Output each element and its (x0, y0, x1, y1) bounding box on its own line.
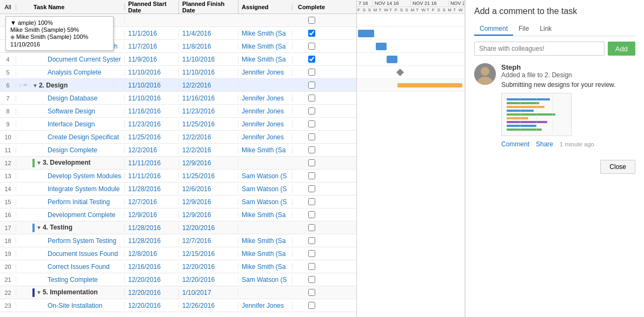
complete-checkbox[interactable] (308, 250, 315, 257)
row-start-date: 12/8/2016 (125, 250, 179, 258)
comment-link[interactable]: Comment (501, 140, 529, 148)
row-complete[interactable] (293, 302, 330, 309)
complete-checkbox[interactable] (308, 263, 315, 270)
row-complete[interactable] (293, 237, 330, 244)
table-row[interactable]: 21Testing Complete12/20/201612/20/2016Sa… (0, 273, 356, 286)
bar-row-3 (357, 40, 464, 53)
table-row[interactable]: 6○✏▼2. Design11/10/201612/2/2016 (0, 79, 356, 92)
complete-checkbox[interactable] (308, 17, 315, 24)
complete-checkbox[interactable] (308, 95, 315, 102)
row-complete[interactable] (293, 120, 330, 127)
complete-checkbox[interactable] (308, 43, 315, 50)
row-task-name: Correct Issues Found (30, 263, 125, 271)
chart-bars-area (357, 14, 464, 92)
complete-checkbox[interactable] (308, 185, 315, 192)
table-row[interactable]: 13Develop System Modules11/11/201611/25/… (0, 170, 356, 183)
row-complete[interactable] (293, 276, 330, 283)
table-row[interactable]: 16Development Complete12/9/201612/9/2016… (0, 208, 356, 221)
row-complete[interactable] (293, 146, 330, 153)
row-task-name: Testing Complete (30, 276, 125, 284)
complete-checkbox[interactable] (308, 224, 315, 231)
tab-file[interactable]: File (513, 23, 534, 36)
week-cell-nov28: NOV 28 16 (449, 0, 464, 6)
table-row[interactable]: 15Perform Initial Testing12/7/201612/9/2… (0, 195, 356, 208)
complete-checkbox[interactable] (308, 56, 315, 63)
row-assigned: Jennifer Jones (238, 69, 293, 76)
table-row[interactable]: 17▼4. Testing11/28/201612/20/2016 (0, 221, 356, 234)
row-complete[interactable] (293, 82, 330, 89)
row-assigned: Jennifer Jones (238, 107, 293, 115)
complete-checkbox[interactable] (308, 289, 315, 296)
row-complete[interactable] (293, 95, 330, 102)
table-row[interactable]: 14Integrate System Module11/28/201612/6/… (0, 183, 356, 195)
row-start-date: 11/28/2016 (125, 185, 179, 193)
table-row[interactable]: 4Document Current Syster11/9/201611/10/2… (0, 53, 356, 66)
row-complete[interactable] (293, 211, 330, 218)
close-button[interactable]: Close (600, 160, 635, 174)
row-finish-date: 12/9/2016 (179, 211, 238, 219)
complete-checkbox[interactable] (308, 172, 315, 179)
row-complete[interactable] (293, 185, 330, 192)
table-row[interactable]: 12▼3. Development11/11/201612/9/2016 (0, 157, 356, 170)
bar-row-6 (357, 79, 464, 92)
complete-checkbox[interactable] (308, 237, 315, 244)
table-row[interactable]: 20Correct Issues Found12/16/201612/20/20… (0, 260, 356, 273)
table-row[interactable]: 8Software Design11/16/201611/23/2016Jenn… (0, 105, 356, 118)
complete-checkbox[interactable] (308, 133, 315, 140)
row-complete[interactable] (293, 250, 330, 257)
row-start-date: 12/9/2016 (125, 211, 179, 219)
row-complete[interactable] (293, 107, 330, 114)
table-row[interactable]: 11Design Complete12/2/201612/2/2016Mike … (0, 144, 356, 157)
row-complete[interactable] (293, 56, 330, 63)
tab-link[interactable]: Link (534, 23, 557, 36)
row-task-name: Create Design Specificat (30, 133, 125, 141)
row-complete[interactable] (293, 30, 330, 37)
complete-checkbox[interactable] (308, 198, 315, 205)
complete-checkbox[interactable] (308, 69, 315, 76)
complete-checkbox[interactable] (308, 30, 315, 37)
complete-checkbox[interactable] (308, 120, 315, 127)
row-num: 8 (0, 108, 16, 114)
comment-input[interactable] (474, 42, 605, 56)
row-num: 15 (0, 199, 16, 205)
tab-comment[interactable]: Comment (474, 23, 513, 36)
table-row[interactable]: 19Document Issues Found12/8/201612/15/20… (0, 247, 356, 260)
table-row[interactable]: 10Create Design Specificat11/25/201612/2… (0, 131, 356, 144)
row-finish-date: 11/25/2016 (179, 120, 238, 128)
row-task-name: Document Issues Found (30, 250, 125, 258)
row-complete[interactable] (293, 159, 330, 166)
table-row[interactable]: 7Design Database11/10/201611/16/2016Jenn… (0, 92, 356, 105)
row-complete[interactable] (293, 263, 330, 270)
table-row[interactable]: 23On-Site Installation12/20/201612/26/20… (0, 299, 356, 312)
row-finish-date: 12/20/2016 (179, 224, 238, 232)
row-task-name: Integrate System Module (30, 185, 125, 193)
row-complete[interactable] (293, 17, 330, 24)
row-complete[interactable] (293, 289, 330, 296)
row-finish-date: 1/10/2017 (179, 289, 238, 296)
complete-checkbox[interactable] (308, 211, 315, 218)
row-num: 22 (0, 289, 16, 296)
complete-checkbox[interactable] (308, 276, 315, 283)
avatar (474, 63, 496, 85)
row-start-date: 12/7/2016 (125, 198, 179, 206)
row-complete[interactable] (293, 172, 330, 179)
table-body: 1○✏▼1. Analysis2On-Site Meetings11/1/201… (0, 14, 356, 317)
complete-checkbox[interactable] (308, 82, 315, 89)
table-row[interactable]: 22▼5. Implementation12/20/20161/10/2017 (0, 286, 356, 299)
table-row[interactable]: 18Perform System Testing11/28/201612/7/2… (0, 234, 356, 247)
table-row[interactable]: 5Analysis Complete11/10/201611/10/2016Je… (0, 66, 356, 79)
row-complete[interactable] (293, 224, 330, 231)
row-complete[interactable] (293, 69, 330, 76)
complete-checkbox[interactable] (308, 302, 315, 309)
table-row[interactable]: 9Interface Design11/23/201611/25/2016Jen… (0, 118, 356, 131)
complete-checkbox[interactable] (308, 107, 315, 114)
row-complete[interactable] (293, 133, 330, 140)
row-complete[interactable] (293, 43, 330, 50)
row-complete[interactable] (293, 198, 330, 205)
share-link[interactable]: Share (536, 140, 553, 148)
complete-checkbox[interactable] (308, 159, 315, 166)
complete-checkbox[interactable] (308, 146, 315, 153)
row-task-name: Design Complete (30, 146, 125, 154)
add-comment-button[interactable]: Add (608, 42, 635, 56)
row-num: 19 (0, 251, 16, 257)
